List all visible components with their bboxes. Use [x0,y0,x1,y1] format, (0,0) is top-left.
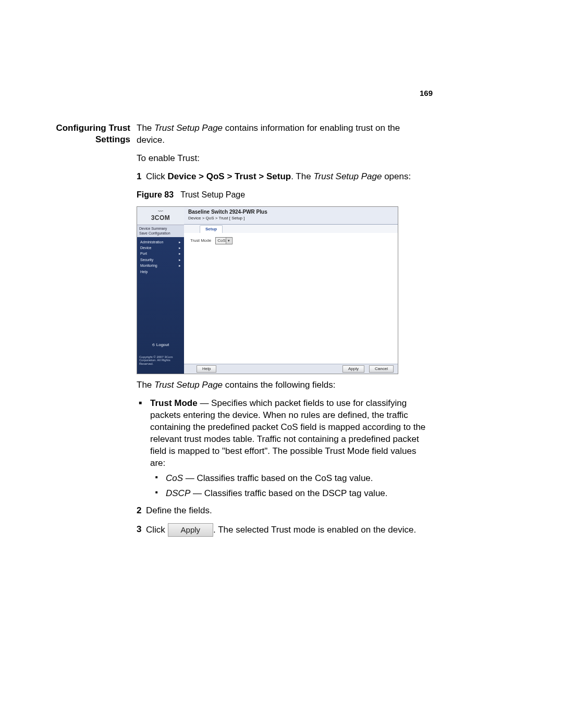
help-button[interactable]: Help [197,365,216,373]
figure-screenshot: 〰 3COM Device Summary Save Configuration… [137,206,398,374]
trust-mode-label: Trust Mode [190,238,211,244]
page: 169 Configuring Trust Settings The Trust… [0,0,563,728]
text: The [137,123,154,133]
breadcrumb: Device > QoS > Trust [ Setup ] [188,216,394,221]
logout-link[interactable]: Logout [137,342,184,348]
logo-swish-icon: 〰 [158,209,163,214]
sidebar-item-help[interactable]: Help [137,269,184,275]
tab-bar: Setup [184,225,398,233]
step-number: 1 [137,171,146,183]
value-cos: CoS — Classifies traffic based on the Co… [166,473,429,485]
sidebar-link-save-config[interactable]: Save Configuration [139,231,182,236]
text: . The selected Trust mode is enabled on … [213,524,416,534]
copyright-text: Copyright © 2007 3Com Corporation. All R… [139,355,184,366]
field-desc: — Specifies which packet fields to use f… [150,398,425,468]
after-figure-line: The Trust Setup Page contains the follow… [137,379,429,391]
cancel-button[interactable]: Cancel [369,365,394,373]
sidebar-item-monitoring[interactable]: Monitoring▸ [137,263,184,268]
sidebar-item-label: Device [140,245,151,250]
step-text: Define the fields. [146,505,212,515]
step-2: 2Define the fields. [137,505,429,517]
tab-setup[interactable]: Setup [200,225,223,233]
value-desc: — Classifies traffic based on the DSCP t… [190,488,387,498]
value-name: DSCP [166,488,190,498]
trust-mode-values: CoS — Classifies traffic based on the Co… [150,473,429,500]
shot-header: Baseline Switch 2924-PWR Plus Device > Q… [184,207,398,225]
sidebar-item-port[interactable]: Port▸ [137,251,184,256]
field-trust-mode: Trust Mode — Specifies which packet fiel… [150,398,429,500]
apply-button[interactable]: Apply [342,365,364,373]
section-heading: Configuring Trust Settings [52,122,137,145]
sidebar-item-device[interactable]: Device▸ [137,245,184,251]
step-number: 2 [137,505,146,517]
shot-main: Trust Mode CoS [184,233,398,364]
trust-mode-select[interactable]: CoS [215,237,232,244]
value-dscp: DSCP — Classifies traffic based on the D… [166,488,429,500]
step-1: 1Click Device > QoS > Trust > Setup. The… [137,171,429,183]
sidebar-top-links: Device Summary Save Configuration [137,225,184,237]
page-name-em: Trust Setup Page [154,380,223,390]
text: The [137,380,154,390]
figure-title: Trust Setup Page [180,190,245,199]
sidebar-item-label: Security [140,257,153,262]
text: . The [291,171,313,181]
step-3: 3Click Apply. The selected Trust mode is… [137,523,429,537]
logo-area: 〰 3COM [137,207,184,225]
sidebar-item-label: Monitoring [140,263,157,268]
chevron-right-icon: ▸ [179,263,181,268]
intro-line-1: The Trust Setup Page contains informatio… [137,122,429,146]
nav-path: Device > QoS > Trust > Setup [168,171,291,181]
trust-mode-row: Trust Mode CoS [190,237,391,244]
text: contains the following fields: [223,380,335,390]
page-name-em: Trust Setup Page [313,171,382,181]
intro-line-2: To enable Trust: [137,153,429,165]
field-name: Trust Mode [150,398,198,408]
step-number: 3 [137,524,146,536]
sidebar-item-label: Port [140,251,147,256]
sidebar-item-administration[interactable]: Administration▸ [137,239,184,245]
sidebar-item-security[interactable]: Security▸ [137,257,184,263]
text: opens: [382,171,411,181]
field-list: Trust Mode — Specifies which packet fiel… [137,398,429,500]
sidebar-link-device-summary[interactable]: Device Summary [139,226,182,231]
page-number: 169 [420,89,433,97]
sidebar-item-label: Help [140,269,148,274]
chevron-right-icon: ▸ [179,257,181,262]
text: Click [146,524,168,534]
device-title: Baseline Switch 2924-PWR Plus [188,208,394,216]
chevron-right-icon: ▸ [179,240,181,244]
chevron-right-icon: ▸ [179,251,181,256]
trust-setup-page-em: Trust Setup Page [154,123,223,133]
logo-text: 3COM [151,214,170,222]
shot-sidebar: 〰 3COM Device Summary Save Configuration… [137,207,184,374]
figure-number: Figure 83 [137,190,174,199]
shot-footer: Help Apply Cancel [184,364,398,374]
body-column: The Trust Setup Page contains informatio… [137,122,429,543]
value-name: CoS [166,473,183,483]
apply-button-inline: Apply [168,523,214,537]
chevron-right-icon: ▸ [179,245,181,250]
sidebar-menu: Administration▸ Device▸ Port▸ Security▸ … [137,237,184,275]
value-desc: — Classifies traffic based on the CoS ta… [183,473,373,483]
content-row: Configuring Trust Settings The Trust Set… [52,122,511,543]
sidebar-item-label: Administration [140,240,163,244]
figure-caption: Figure 83 Trust Setup Page [137,189,429,201]
text: Click [146,171,168,181]
